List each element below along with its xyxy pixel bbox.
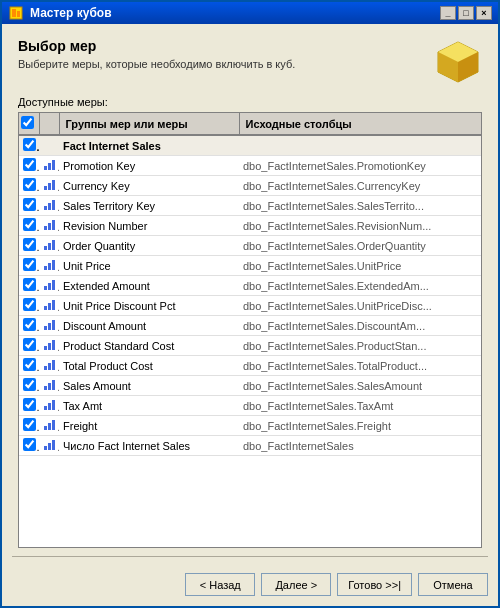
row-checkbox[interactable] bbox=[23, 318, 36, 331]
svg-rect-2 bbox=[17, 11, 20, 17]
row-checkbox-cell[interactable] bbox=[19, 436, 39, 456]
row-icon-cell bbox=[39, 376, 59, 396]
row-source: dbo_FactInternetSales.ExtendedAm... bbox=[239, 276, 481, 296]
page-subtitle: Выберите меры, которые необходимо включи… bbox=[18, 58, 295, 70]
maximize-button[interactable]: □ bbox=[458, 6, 474, 20]
back-button[interactable]: < Назад bbox=[185, 573, 255, 596]
bar-chart-icon bbox=[43, 199, 57, 211]
row-checkbox[interactable] bbox=[23, 398, 36, 411]
row-checkbox[interactable] bbox=[23, 238, 36, 251]
finish-button[interactable]: Готово >>| bbox=[337, 573, 412, 596]
window-title: Мастер кубов bbox=[30, 6, 112, 20]
row-checkbox[interactable] bbox=[23, 358, 36, 371]
table-row: Freightdbo_FactInternetSales.Freight bbox=[19, 416, 481, 436]
row-checkbox-cell[interactable] bbox=[19, 176, 39, 196]
table-row: Sales Territory Keydbo_FactInternetSales… bbox=[19, 196, 481, 216]
svg-rect-48 bbox=[52, 420, 55, 430]
window-icon bbox=[8, 5, 24, 21]
row-checkbox[interactable] bbox=[23, 258, 36, 271]
row-checkbox[interactable] bbox=[23, 378, 36, 391]
row-icon-cell bbox=[39, 216, 59, 236]
row-checkbox-cell[interactable] bbox=[19, 316, 39, 336]
row-checkbox-cell[interactable] bbox=[19, 376, 39, 396]
row-source: dbo_FactInternetSales.UnitPriceDisc... bbox=[239, 296, 481, 316]
svg-rect-44 bbox=[48, 403, 51, 410]
svg-rect-38 bbox=[48, 363, 51, 370]
next-button[interactable]: Далее > bbox=[261, 573, 331, 596]
row-source: dbo_FactInternetSales.RevisionNum... bbox=[239, 216, 481, 236]
bar-chart-icon bbox=[43, 379, 57, 391]
row-checkbox-cell[interactable] bbox=[19, 196, 39, 216]
row-icon-cell bbox=[39, 296, 59, 316]
svg-rect-15 bbox=[52, 200, 55, 210]
row-checkbox[interactable] bbox=[23, 418, 36, 431]
row-name: Tax Amt bbox=[59, 396, 239, 416]
row-checkbox-cell[interactable] bbox=[19, 356, 39, 376]
row-checkbox-cell[interactable] bbox=[19, 416, 39, 436]
table-row: Unit Price Discount Pctdbo_FactInternetS… bbox=[19, 296, 481, 316]
row-checkbox[interactable] bbox=[23, 338, 36, 351]
title-bar: Мастер кубов _ □ × bbox=[2, 2, 498, 24]
measures-table-container[interactable]: Группы мер или меры Исходные столбцы Fac… bbox=[18, 112, 482, 548]
svg-rect-45 bbox=[52, 400, 55, 410]
svg-rect-51 bbox=[52, 440, 55, 450]
row-checkbox[interactable] bbox=[23, 438, 36, 451]
close-button[interactable]: × bbox=[476, 6, 492, 20]
row-checkbox-cell[interactable] bbox=[19, 276, 39, 296]
svg-rect-37 bbox=[44, 366, 47, 370]
page-title: Выбор мер bbox=[18, 38, 295, 54]
svg-rect-46 bbox=[44, 426, 47, 430]
row-checkbox-cell[interactable] bbox=[19, 296, 39, 316]
svg-rect-26 bbox=[48, 283, 51, 290]
svg-rect-23 bbox=[48, 263, 51, 270]
row-name: Fact Internet Sales bbox=[59, 135, 239, 156]
svg-rect-28 bbox=[44, 306, 47, 310]
row-checkbox[interactable] bbox=[23, 218, 36, 231]
svg-rect-42 bbox=[52, 380, 55, 390]
row-name: Order Quantity bbox=[59, 236, 239, 256]
row-checkbox[interactable] bbox=[23, 198, 36, 211]
select-all-checkbox[interactable] bbox=[21, 116, 34, 129]
row-source: dbo_FactInternetSales.TotalProduct... bbox=[239, 356, 481, 376]
row-checkbox-cell[interactable] bbox=[19, 396, 39, 416]
row-name: Число Fact Internet Sales bbox=[59, 436, 239, 456]
minimize-button[interactable]: _ bbox=[440, 6, 456, 20]
row-checkbox[interactable] bbox=[23, 278, 36, 291]
table-row: Число Fact Internet Salesdbo_FactInterne… bbox=[19, 436, 481, 456]
row-checkbox[interactable] bbox=[23, 138, 36, 151]
row-name: Freight bbox=[59, 416, 239, 436]
svg-rect-19 bbox=[44, 246, 47, 250]
svg-rect-16 bbox=[44, 226, 47, 230]
bar-chart-icon bbox=[43, 359, 57, 371]
bar-chart-icon bbox=[43, 219, 57, 231]
svg-rect-9 bbox=[52, 160, 55, 170]
row-name: Promotion Key bbox=[59, 156, 239, 176]
svg-rect-49 bbox=[44, 446, 47, 450]
footer-buttons: < Назад Далее > Готово >>| Отмена bbox=[2, 565, 498, 606]
row-checkbox-cell[interactable] bbox=[19, 135, 39, 156]
bar-chart-icon bbox=[43, 299, 57, 311]
row-checkbox[interactable] bbox=[23, 158, 36, 171]
row-checkbox-cell[interactable] bbox=[19, 216, 39, 236]
row-checkbox-cell[interactable] bbox=[19, 236, 39, 256]
content-area: Выбор мер Выберите меры, которые необход… bbox=[2, 24, 498, 556]
table-row: Promotion Keydbo_FactInternetSales.Promo… bbox=[19, 156, 481, 176]
row-icon-cell bbox=[39, 176, 59, 196]
row-icon-cell bbox=[39, 236, 59, 256]
table-row: Sales Amountdbo_FactInternetSales.SalesA… bbox=[19, 376, 481, 396]
bar-chart-icon bbox=[43, 419, 57, 431]
row-checkbox[interactable] bbox=[23, 178, 36, 191]
row-checkbox-cell[interactable] bbox=[19, 336, 39, 356]
svg-rect-29 bbox=[48, 303, 51, 310]
svg-rect-34 bbox=[44, 346, 47, 350]
svg-rect-14 bbox=[48, 203, 51, 210]
row-checkbox-cell[interactable] bbox=[19, 256, 39, 276]
bar-chart-icon bbox=[43, 399, 57, 411]
svg-rect-20 bbox=[48, 243, 51, 250]
row-icon-cell bbox=[39, 156, 59, 176]
row-checkbox[interactable] bbox=[23, 298, 36, 311]
cancel-button[interactable]: Отмена bbox=[418, 573, 488, 596]
row-checkbox-cell[interactable] bbox=[19, 156, 39, 176]
row-source bbox=[239, 135, 481, 156]
bar-chart-icon bbox=[43, 159, 57, 171]
